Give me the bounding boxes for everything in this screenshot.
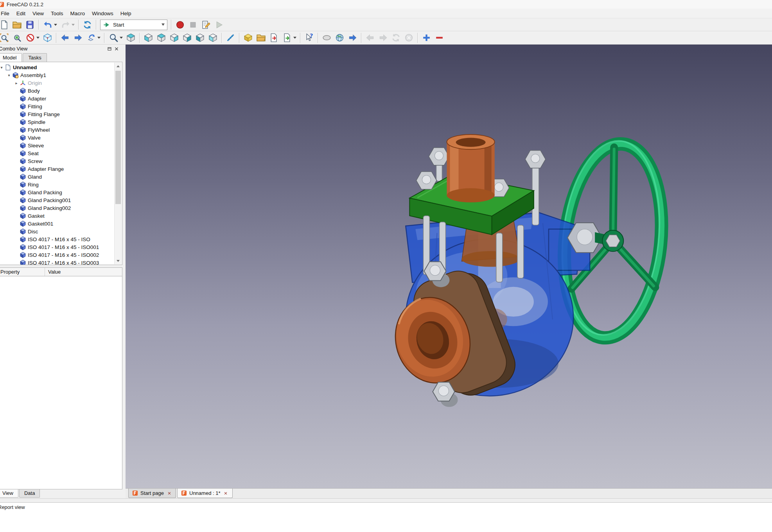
view-right-button[interactable] — [168, 32, 181, 43]
redo-button[interactable] — [59, 19, 76, 30]
open-in-browser-button[interactable] — [346, 32, 359, 43]
menu-view[interactable]: View — [29, 9, 47, 18]
browser-refresh-button[interactable] — [390, 32, 402, 43]
nav-back-button[interactable] — [59, 32, 72, 43]
import-link-button[interactable] — [280, 32, 298, 43]
tree-item-iso-4017-m16-x-45-iso002[interactable]: ISO 4017 - M16 x 45 - ISO002 — [0, 251, 122, 259]
rear-right-bolt[interactable] — [525, 150, 546, 168]
go-to-linked-button[interactable] — [84, 32, 102, 43]
tree-item-disc[interactable]: Disc — [0, 227, 122, 235]
view-axonometric-button[interactable] — [124, 32, 137, 43]
create-group-button[interactable] — [255, 32, 268, 43]
macro-edit-button[interactable] — [199, 19, 212, 30]
float-panel-button[interactable] — [106, 46, 113, 52]
macro-record-button[interactable] — [174, 19, 187, 30]
view-fit-selection-button[interactable] — [11, 32, 23, 43]
tree-item-gland[interactable]: Gland — [0, 173, 122, 181]
tree-item-iso-4017-m16-x-45-iso001[interactable]: ISO 4017 - M16 x 45 - ISO001 — [0, 243, 122, 251]
tab-view[interactable]: View — [0, 489, 18, 498]
dock-splitter-vertical[interactable] — [123, 45, 126, 498]
tree-scrollbar[interactable] — [114, 63, 122, 264]
tree-item-screw[interactable]: Screw — [0, 157, 122, 165]
refresh-button[interactable] — [81, 19, 94, 30]
view-top-button[interactable] — [155, 32, 168, 43]
tree-item-gland-packing002[interactable]: Gland Packing002 — [0, 204, 122, 212]
zoom-out-button[interactable] — [433, 32, 446, 43]
browser-stop-button[interactable] — [402, 32, 415, 43]
tree-item-body[interactable]: Body — [0, 87, 122, 95]
menu-windows[interactable]: Windows — [88, 9, 117, 18]
document-tab-start-page[interactable]: Start page — [128, 489, 176, 498]
start-page-button[interactable] — [320, 32, 333, 43]
combo-view-header[interactable]: Combo View — [0, 45, 122, 53]
tree-item-fitting-flange[interactable]: Fitting Flange — [0, 110, 122, 118]
menu-tools[interactable]: Tools — [47, 9, 67, 18]
export-file-button[interactable] — [268, 32, 280, 43]
tree-item-unnamed[interactable]: ▾Unnamed — [0, 63, 122, 71]
tree-item-ring[interactable]: Ring — [0, 181, 122, 188]
zoom-in-button[interactable] — [420, 32, 433, 43]
tree-item-iso-4017-m16-x-45-iso[interactable]: ISO 4017 - M16 x 45 - ISO — [0, 235, 122, 243]
close-tab-button[interactable] — [166, 490, 172, 496]
bounding-box-button[interactable] — [41, 32, 54, 43]
document-open-button[interactable] — [11, 19, 23, 30]
tree-item-fitting[interactable]: Fitting — [0, 102, 122, 110]
3d-viewport[interactable] — [126, 45, 772, 488]
menu-file[interactable]: File — [0, 9, 13, 18]
workbench-selector[interactable]: Start — [100, 20, 167, 30]
tree-item-assembly1[interactable]: ▾Assembly1 — [0, 71, 122, 79]
scroll-up-icon[interactable] — [115, 63, 122, 70]
undo-button[interactable] — [41, 19, 59, 30]
expander-closed-icon[interactable]: ▸ — [14, 81, 19, 85]
nav-forward-button[interactable] — [72, 32, 84, 43]
zoom-box-button[interactable] — [107, 32, 124, 43]
column-property[interactable]: Property — [0, 268, 45, 276]
tree-item-gasket001[interactable]: Gasket001 — [0, 220, 122, 227]
web-globe-button[interactable] — [333, 32, 346, 43]
view-fit-all-button[interactable] — [0, 32, 11, 43]
measure-button[interactable] — [224, 32, 237, 43]
expander-open-icon[interactable]: ▾ — [6, 73, 12, 77]
tree-item-gland-packing001[interactable]: Gland Packing001 — [0, 196, 122, 204]
model-tree[interactable]: ▾Unnamed▾Assembly1▸OriginBodyAdapterFitt… — [0, 62, 122, 265]
scroll-down-icon[interactable] — [115, 257, 122, 264]
tree-item-spindle[interactable]: Spindle — [0, 118, 122, 126]
document-tab-unnamed-1[interactable]: Unnamed : 1* — [177, 489, 233, 498]
top-fitting[interactable] — [447, 134, 494, 202]
view-front-button[interactable] — [142, 32, 155, 43]
tree-item-origin[interactable]: ▸Origin — [0, 79, 122, 87]
spindle-hub[interactable] — [595, 230, 623, 251]
menu-macro[interactable]: Macro — [67, 9, 89, 18]
document-save-button[interactable] — [23, 19, 36, 30]
close-tab-button[interactable] — [223, 490, 229, 496]
tab-tasks[interactable]: Tasks — [23, 53, 47, 62]
scrollbar-track[interactable] — [115, 70, 122, 257]
document-new-button[interactable] — [0, 19, 11, 30]
part-solid-button[interactable] — [242, 32, 255, 43]
tab-model[interactable]: Model — [0, 53, 22, 62]
expander-open-icon[interactable]: ▾ — [0, 65, 4, 70]
view-rear-button[interactable] — [181, 32, 194, 43]
menu-help[interactable]: Help — [117, 9, 135, 18]
draw-style-button[interactable] — [23, 32, 41, 43]
tab-data[interactable]: Data — [19, 489, 40, 498]
tree-item-gasket[interactable]: Gasket — [0, 212, 122, 220]
tree-item-iso-4017-m16-x-45-iso003[interactable]: ISO 4017 - M16 x 45 - ISO003 — [0, 259, 122, 265]
tree-item-valve[interactable]: Valve — [0, 134, 122, 142]
tree-item-flywheel[interactable]: FlyWheel — [0, 126, 122, 134]
tree-item-sleeve[interactable]: Sleeve — [0, 142, 122, 149]
tree-item-seat[interactable]: Seat — [0, 149, 122, 157]
column-value[interactable]: Value — [45, 268, 64, 276]
view-left-button[interactable] — [206, 32, 219, 43]
macro-stop-button[interactable] — [187, 19, 199, 30]
tree-item-gland-packing[interactable]: Gland Packing — [0, 188, 122, 196]
menu-edit[interactable]: Edit — [13, 9, 29, 18]
browser-forward-button[interactable] — [377, 32, 390, 43]
browser-back-button[interactable] — [364, 32, 377, 43]
scrollbar-thumb[interactable] — [115, 71, 121, 204]
view-bottom-button[interactable] — [194, 32, 206, 43]
whats-this-button[interactable] — [303, 32, 316, 43]
close-panel-button[interactable] — [113, 46, 120, 52]
tree-item-adapter-flange[interactable]: Adapter Flange — [0, 165, 122, 173]
tree-item-adapter[interactable]: Adapter — [0, 95, 122, 102]
